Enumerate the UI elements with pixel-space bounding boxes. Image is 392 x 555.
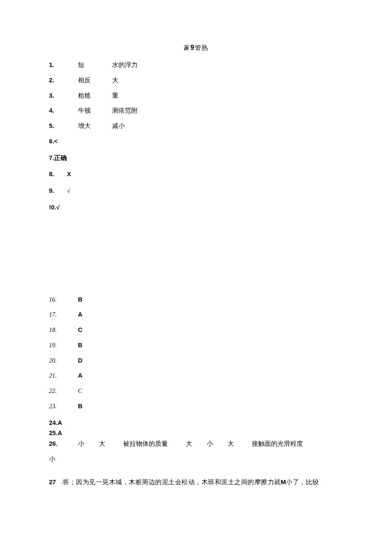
answer-row-1: 1. 短 水的浮力 <box>49 61 343 70</box>
q-num: 2. <box>49 76 78 85</box>
q-num: 4. <box>49 106 78 116</box>
answer-row-23: 23. B <box>49 402 343 411</box>
q26-f: 大 <box>228 439 234 449</box>
q-num: 17. <box>49 310 78 320</box>
q-ans-a: 牛顿 <box>78 106 112 116</box>
q-num: 23. <box>49 402 78 411</box>
q-ans-a: 增大 <box>78 122 112 131</box>
q26-a: 小 <box>78 439 84 449</box>
title-right: 管熟 <box>195 44 208 51</box>
answer-row-16: 16. B <box>49 295 343 305</box>
answer-row-5: 5. 增大 减小 <box>49 122 343 131</box>
q-ans-a: 相反 <box>78 76 112 85</box>
answer-row-19: 19. B <box>49 341 343 350</box>
answer-row-3: 3. 粗糙 重 <box>49 91 343 101</box>
q-ans: B <box>78 295 82 305</box>
q-ans: A <box>78 310 82 320</box>
q26-g: 接触面的光滑程度 <box>252 439 303 449</box>
answer-row-20: 20. D <box>49 356 343 366</box>
q26-c: 被拉物体的质量 <box>123 439 168 449</box>
page-title: 豙9管熟 <box>49 43 343 53</box>
q-num: 8. <box>49 170 67 179</box>
q-ans-a: 粗糙 <box>78 91 112 101</box>
answer-row-18: 18. C <box>49 325 343 335</box>
q-ans-b: 测依范附 <box>112 106 138 116</box>
q-ans: X <box>67 170 71 179</box>
q-ans: A <box>78 371 82 381</box>
q-ans-b: 水的浮力 <box>112 61 138 70</box>
title-left: 豙 <box>184 44 190 51</box>
answer-row-27: 27 .答；因为见一晃木城，木桩周边的泥土会松动，木班和泥土之间的摩擦力就M小了… <box>49 478 343 487</box>
q26-e: 小 <box>207 439 213 449</box>
q-ans-a: 短 <box>78 61 112 70</box>
q-ans-b: 大 <box>112 76 118 85</box>
q-num: 16. <box>49 295 78 305</box>
answer-row-25: 25.A <box>49 429 343 438</box>
q-num: 7.正确 <box>49 154 67 163</box>
q-num: 6.< <box>49 137 78 146</box>
q-num: 25.A <box>49 429 78 438</box>
answer-row-17: 17. A <box>49 310 343 320</box>
q-num: 20. <box>49 356 78 366</box>
answer-row-21: 21. A <box>49 371 343 381</box>
q-num: 27 <box>49 478 56 487</box>
q27-m: M <box>281 479 286 485</box>
q-num: 1. <box>49 61 78 70</box>
q27-before: .答；因为见一晃木城，木桩周边的泥土会松动，木班和泥土之间的摩擦力就 <box>61 479 281 485</box>
answer-row-22: 22. C <box>49 386 343 396</box>
q-ans: C <box>78 325 82 335</box>
q-num: 18. <box>49 325 78 335</box>
q-ans: B <box>78 341 82 350</box>
q27-after: 小了，比较 <box>286 479 319 485</box>
q-num: !0.√ <box>49 203 78 212</box>
q26-d: 大 <box>186 439 192 449</box>
q-num: 9. <box>49 186 67 196</box>
q-num: 22. <box>49 386 78 396</box>
answer-row-4: 4. 牛顿 测依范附 <box>49 106 343 116</box>
answer-row-7: 7.正确 <box>49 154 343 163</box>
title-nine: 9 <box>190 44 195 51</box>
answer-row-9: 9. √ <box>49 186 343 196</box>
answer-row-26: 26. 小 大 被拉物体的质量 大 小 大 接触面的光滑程度 <box>49 439 343 449</box>
answer-row-6: 6.< <box>49 137 343 146</box>
q-num: 5. <box>49 122 78 131</box>
q-ans: C <box>78 386 82 396</box>
q-num: 19. <box>49 341 78 350</box>
answer-row-26b: 小 <box>49 455 343 464</box>
answer-row-10: !0.√ <box>49 203 343 212</box>
answer-row-24: 24.A <box>49 418 343 428</box>
q-num: 3. <box>49 91 78 101</box>
q-ans: B <box>78 402 82 411</box>
q-num: 21. <box>49 371 78 381</box>
q-ans-b: 减小 <box>112 122 125 131</box>
q-num: 26. <box>49 439 78 449</box>
q27-text: .答；因为见一晃木城，木桩周边的泥土会松动，木班和泥土之间的摩擦力就M小了，比较 <box>61 478 319 487</box>
q26-b: 大 <box>99 439 105 449</box>
q-ans-b: 重 <box>112 91 118 101</box>
blank-gap <box>49 218 343 295</box>
q26-h: 小 <box>49 455 55 464</box>
answer-row-8: 8. X <box>49 170 343 179</box>
q-num: 24.A <box>49 418 78 428</box>
answer-row-2: 2. 相反 大 <box>49 76 343 85</box>
q-ans: √ <box>67 186 70 196</box>
q-ans: D <box>78 356 82 366</box>
